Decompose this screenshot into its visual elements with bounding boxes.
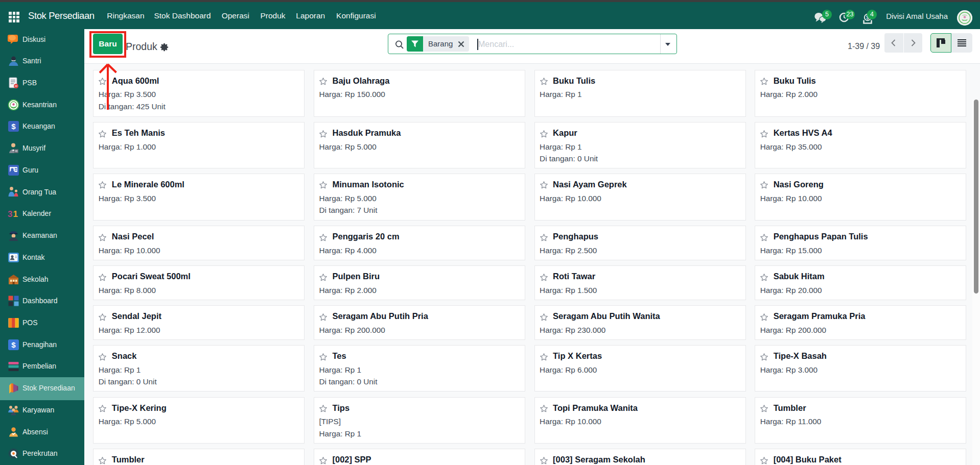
svg-text:$: $	[11, 122, 16, 131]
svg-text:1: 1	[13, 209, 17, 219]
svg-text:3: 3	[8, 209, 12, 219]
svg-text:$: $	[11, 340, 16, 349]
